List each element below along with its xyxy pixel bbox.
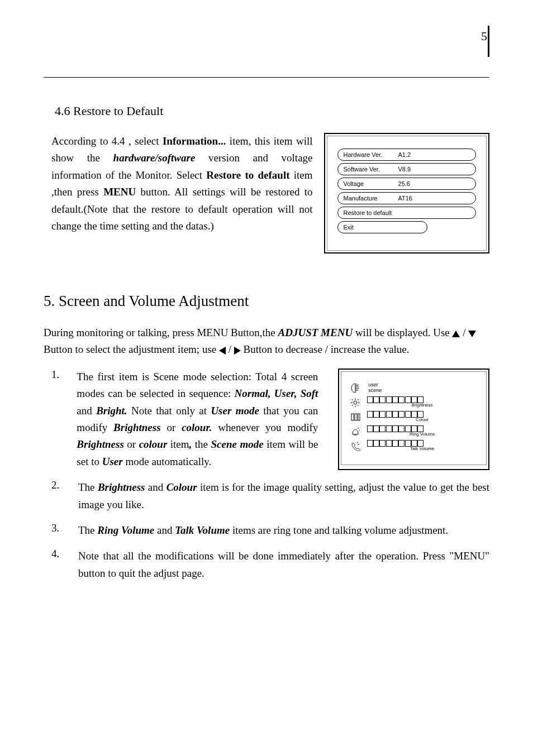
colour-icon <box>350 412 360 422</box>
arrow-left-icon <box>219 347 226 355</box>
horizontal-rule <box>44 77 489 78</box>
text: According to 4.4 , select <box>51 135 163 147</box>
ti: Colour <box>166 481 197 493</box>
ring-volume-label: Ring Volume <box>367 432 477 437</box>
list-number: 1. <box>51 369 65 470</box>
adjust-menu-panel: user scene Brightness <box>338 369 489 470</box>
value: A1.2 <box>398 151 411 158</box>
scene-label: scene <box>368 387 382 393</box>
adjust-row-ring-volume: Ring Volume <box>367 425 477 439</box>
info-row-exit: Exit <box>337 221 428 233</box>
text: During monitoring or talking, press MENU… <box>44 327 278 338</box>
list-number: 2. <box>51 479 67 513</box>
section-5-heading: 5. Screen and Volume Adjustment <box>44 293 489 310</box>
adjust-row-colour: Colour <box>367 411 477 424</box>
t: whenever you modify <box>212 422 318 433</box>
ti: Brightness <box>113 422 160 433</box>
ti: Brightness <box>98 481 145 493</box>
adjust-row-scene: user scene <box>367 382 477 395</box>
page-content: 4.6 Restore to Default According to 4.4 … <box>44 104 489 591</box>
label: Exit <box>344 224 354 231</box>
ti: colour. <box>182 422 212 433</box>
text: / <box>460 327 468 338</box>
list-text: Note that all the modifications will be … <box>78 548 489 582</box>
t: mode automatically. <box>123 456 212 467</box>
info-row-manufacture: Manufacture AT16 <box>337 192 476 204</box>
section-4-6-text: According to 4.4 , select Information...… <box>51 133 313 253</box>
brightness-icon <box>350 398 360 408</box>
ti: Talk Volume <box>175 524 230 536</box>
section-4-6-title: 4.6 Restore to Default <box>55 104 489 118</box>
svg-line-6 <box>358 405 359 406</box>
ti: Normal, User, Soft <box>235 387 318 399</box>
scene-icon <box>350 383 360 393</box>
svg-rect-11 <box>358 414 360 420</box>
t: items are ring tone and talking volume a… <box>230 524 448 536</box>
list-item-4: 4. Note that all the modifications will … <box>44 548 489 582</box>
label: Hardware Ver. <box>344 151 383 158</box>
arrow-down-icon <box>468 331 476 337</box>
t: and <box>77 405 96 417</box>
colour-label: Colour <box>367 417 477 422</box>
ring-volume-icon <box>350 427 360 437</box>
list-item-1: 1. The first item is Scene mode selectio… <box>44 369 489 470</box>
text: will be displayed. Use <box>353 327 452 338</box>
list-text: The first item is Scene mode selection: … <box>77 369 318 470</box>
scene-user-label: user <box>368 382 378 387</box>
ti: Brightness <box>77 438 123 450</box>
svg-line-7 <box>352 405 353 406</box>
label: Restore to default <box>344 209 392 216</box>
brightness-label: Brightness <box>367 403 477 408</box>
text-bold: Information... <box>163 135 226 147</box>
information-panel-inner: Hardware Ver. A1.2 Software Ver. V8.9 Vo… <box>327 136 487 251</box>
svg-rect-10 <box>355 414 357 420</box>
adjust-row-brightness: Brightness <box>367 396 477 410</box>
text: Button to select the adjustment item; us… <box>44 343 219 355</box>
ti: Bright. <box>96 405 127 417</box>
ti: User mode <box>211 405 259 417</box>
ti: Scene mode <box>211 438 264 450</box>
svg-line-5 <box>352 399 353 400</box>
text: Button to decrease / increase the value. <box>241 343 410 355</box>
t: The <box>78 524 97 536</box>
text-bold: Restore to default <box>206 169 289 181</box>
t: the <box>192 438 211 450</box>
info-row-software: Software Ver. V8.9 <box>337 163 476 175</box>
text-italic: ADJUST MENU <box>278 327 353 338</box>
list-number: 4. <box>51 548 67 582</box>
page-number: 5 <box>481 29 487 44</box>
t: or <box>124 438 139 450</box>
info-row-restore: Restore to default <box>337 207 476 219</box>
value: AT16 <box>398 195 412 202</box>
ti: Ring Volume <box>97 524 154 536</box>
list-item-2: 2. The Brightness and Colour item is for… <box>44 479 489 513</box>
page-number-divider <box>488 26 489 57</box>
section-5-intro: During monitoring or talking, press MENU… <box>44 324 489 358</box>
t: The <box>78 481 98 493</box>
text-italic: hardware/software <box>113 152 196 164</box>
arrow-up-icon <box>452 331 460 337</box>
list-number: 3. <box>51 522 67 539</box>
t: and <box>154 524 175 536</box>
adjust-menu-inner: user scene Brightness <box>341 371 487 465</box>
talk-volume-label: Talk Volume <box>367 446 477 451</box>
section-4-6-block: According to 4.4 , select Information...… <box>44 133 489 253</box>
label: Voltage <box>344 180 364 187</box>
label: Manufacture <box>344 195 378 202</box>
talk-volume-icon <box>350 441 360 451</box>
t: and <box>145 481 166 493</box>
value: V8.9 <box>398 166 411 173</box>
label: Software Ver. <box>344 166 380 173</box>
t: item <box>167 438 189 450</box>
t: Note that all the modifications will be … <box>78 550 489 578</box>
adjust-row-talk-volume: Talk Volume <box>367 440 477 453</box>
list-item-3: 3. The Ring Volume and Talk Volume items… <box>44 522 489 539</box>
info-row-hardware: Hardware Ver. A1.2 <box>337 149 476 161</box>
svg-rect-9 <box>351 414 354 420</box>
info-row-voltage: Voltage 25.6 <box>337 178 476 190</box>
text: / <box>226 343 234 355</box>
t: or <box>161 422 182 433</box>
t: Note that only at <box>127 405 211 417</box>
ti: colour <box>139 438 168 450</box>
value: 25.6 <box>398 180 410 187</box>
